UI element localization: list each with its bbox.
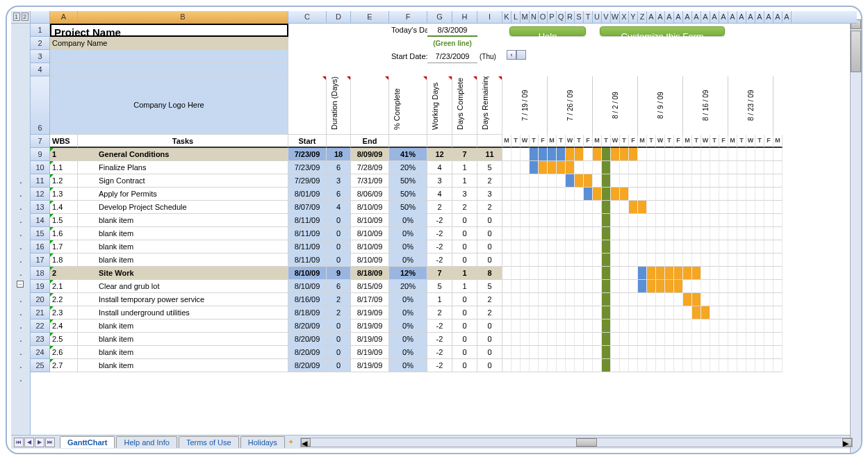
cell-days-complete[interactable]: 0 <box>452 240 477 254</box>
start-date-value[interactable]: 7/23/2009 <box>427 50 477 63</box>
cell-end[interactable]: 8/19/09 <box>351 333 389 346</box>
cell-task[interactable]: blank item <box>78 214 288 227</box>
grid-main[interactable]: ABCDEFGHIKLMNOPQRSTUVWXYZAAAAAAAAAAAAAAA… <box>31 11 857 435</box>
cell-task[interactable]: Develop Project Schedule <box>78 201 288 214</box>
table-row[interactable]: 252.7blank item8/20/0908/19/090%-200 <box>31 359 857 372</box>
table-row[interactable]: 161.7blank item8/11/0908/10/090%-200 <box>31 240 857 254</box>
row-header-12[interactable]: 12 <box>31 188 50 201</box>
col-header-O[interactable]: O <box>539 11 548 23</box>
cell-wbs[interactable]: 1.1 <box>50 161 78 174</box>
col-header-A[interactable]: A <box>746 11 755 23</box>
cell-start[interactable]: 8/11/09 <box>288 240 327 254</box>
cell-days-remaining[interactable]: 11 <box>477 148 502 161</box>
cell-company-name[interactable]: Company Name <box>50 37 288 50</box>
col-header-X[interactable]: X <box>620 11 629 23</box>
cell-end[interactable]: 8/19/09 <box>351 346 389 359</box>
cell-pct[interactable]: 20% <box>389 280 427 293</box>
tab-terms[interactable]: Terms of Use <box>179 436 239 448</box>
cell-days-remaining[interactable]: 8 <box>477 267 502 280</box>
cell-end[interactable]: 8/15/09 <box>351 280 389 293</box>
cell-start[interactable]: 8/16/09 <box>288 293 327 306</box>
cell-wbs[interactable]: 1.6 <box>50 227 78 240</box>
cell-wbs[interactable]: 1.7 <box>50 240 78 254</box>
cell-pct[interactable]: 0% <box>389 214 427 227</box>
cell-pct[interactable]: 41% <box>389 148 427 161</box>
col-header-W[interactable]: W <box>611 11 620 23</box>
row-header-11[interactable]: 11 <box>31 174 50 188</box>
col-header-U[interactable]: U <box>593 11 602 23</box>
cell-working-days[interactable]: 2 <box>427 306 452 320</box>
cell-start[interactable]: 8/01/09 <box>288 188 327 201</box>
cell-task[interactable]: blank item <box>78 359 288 372</box>
cell-pct[interactable]: 0% <box>389 240 427 254</box>
cell-end[interactable]: 8/10/09 <box>351 214 389 227</box>
row-header-4[interactable]: 4 <box>31 63 50 76</box>
cell-days-complete[interactable]: 1 <box>452 161 477 174</box>
row-header-3[interactable]: 3 <box>31 50 50 63</box>
cell-wbs[interactable]: 1.2 <box>50 174 78 188</box>
cell-task[interactable]: Apply for Permits <box>78 188 288 201</box>
select-all-corner[interactable] <box>31 11 50 23</box>
col-header-A[interactable]: A <box>755 11 764 23</box>
cell-days-remaining[interactable]: 2 <box>477 174 502 188</box>
cell-end[interactable]: 8/19/09 <box>351 359 389 372</box>
cell-days-complete[interactable]: 0 <box>452 214 477 227</box>
help-button[interactable]: Help <box>509 26 586 36</box>
cell-days-complete[interactable]: 0 <box>452 346 477 359</box>
cell-pct[interactable]: 0% <box>389 293 427 306</box>
cell-start[interactable]: 8/20/09 <box>288 320 327 333</box>
cell-pct[interactable]: 0% <box>389 306 427 320</box>
cell-duration[interactable]: 0 <box>327 240 351 254</box>
cell-duration[interactable]: 18 <box>327 148 351 161</box>
col-header-A[interactable]: A <box>692 11 701 23</box>
row-header-6[interactable]: 6 <box>31 76 50 135</box>
cell-duration[interactable]: 0 <box>327 214 351 227</box>
cell-days-remaining[interactable]: 0 <box>477 346 502 359</box>
cell-days-complete[interactable]: 2 <box>452 201 477 214</box>
cell-duration[interactable]: 6 <box>327 280 351 293</box>
cell-duration[interactable]: 0 <box>327 333 351 346</box>
col-header-A[interactable]: A <box>737 11 746 23</box>
cell-blank[interactable] <box>351 76 389 135</box>
cell-duration[interactable]: 0 <box>327 320 351 333</box>
cell-days-remaining[interactable]: 0 <box>477 227 502 240</box>
cell-days-complete[interactable]: 1 <box>452 280 477 293</box>
col-header-A[interactable]: A <box>656 11 665 23</box>
cell-days-remaining[interactable]: 2 <box>477 293 502 306</box>
todays-date-value[interactable]: 8/3/2009 <box>427 24 477 37</box>
col-header-Y[interactable]: Y <box>629 11 638 23</box>
vertical-scrollbar[interactable] <box>850 19 857 435</box>
cell-duration[interactable]: 0 <box>327 359 351 372</box>
cell-working-days[interactable]: 3 <box>427 174 452 188</box>
cell-working-days[interactable]: -2 <box>427 214 452 227</box>
col-header-I[interactable]: I <box>477 11 502 23</box>
col-header-C[interactable]: C <box>288 11 327 23</box>
cell-end[interactable]: 8/19/09 <box>351 320 389 333</box>
cell-wbs[interactable]: 2.2 <box>50 293 78 306</box>
cell-start[interactable]: 8/20/09 <box>288 359 327 372</box>
cell-wbs[interactable]: 1 <box>50 148 78 161</box>
col-header-L[interactable]: L <box>511 11 521 23</box>
row-header-23[interactable]: 23 <box>31 333 50 346</box>
cell-days-complete[interactable]: 0 <box>452 254 477 267</box>
col-header-A[interactable]: A <box>783 11 792 23</box>
cell-working-days[interactable]: -2 <box>427 346 452 359</box>
tab-next-icon[interactable]: ▶ <box>35 438 44 447</box>
cell-blank[interactable] <box>288 24 389 37</box>
table-row[interactable]: 141.5blank item8/11/0908/10/090%-200 <box>31 214 857 227</box>
row-header-1[interactable]: 1 <box>31 24 50 37</box>
cell-wbs[interactable]: 2.1 <box>50 280 78 293</box>
col-header-A[interactable]: A <box>674 11 683 23</box>
cell-end[interactable]: 8/10/09 <box>351 240 389 254</box>
col-header-A[interactable]: A <box>647 11 656 23</box>
cell-project-name[interactable]: Project Name <box>50 24 288 37</box>
col-header-A[interactable]: A <box>50 11 78 23</box>
cell-wbs[interactable]: 2.4 <box>50 320 78 333</box>
cell-end[interactable]: 7/28/09 <box>351 161 389 174</box>
cell-wbs[interactable]: 1.4 <box>50 201 78 214</box>
cell-end[interactable]: 8/09/09 <box>351 148 389 161</box>
tab-help-info[interactable]: Help and Info <box>116 436 177 448</box>
col-header-D[interactable]: D <box>327 11 351 23</box>
cell-end[interactable]: 8/10/09 <box>351 227 389 240</box>
cell-end[interactable]: 8/17/09 <box>351 293 389 306</box>
